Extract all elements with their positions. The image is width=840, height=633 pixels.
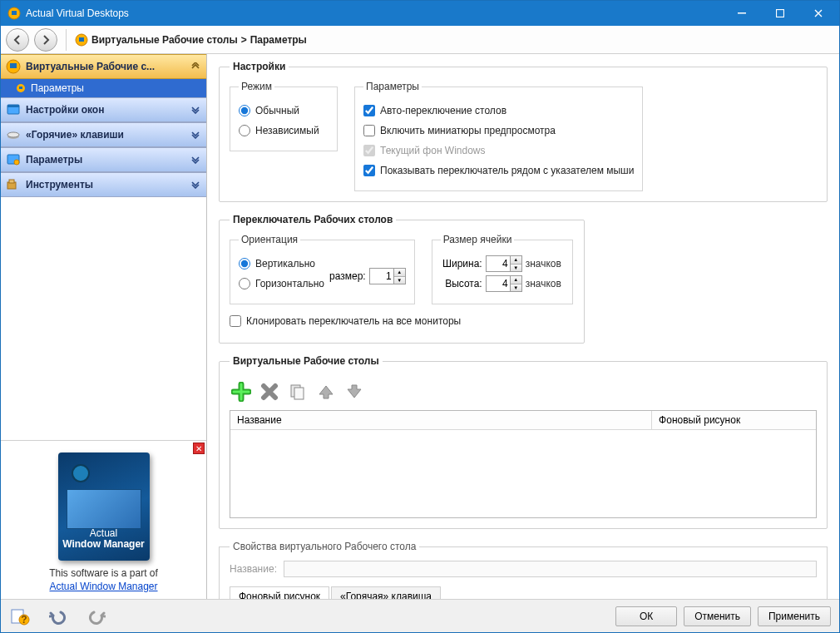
redo-button[interactable] bbox=[86, 606, 107, 627]
sidebar-item-parameters[interactable]: Параметры bbox=[1, 147, 206, 172]
sidebar-item-label: Настройки окон bbox=[26, 104, 185, 116]
params-legend: Параметры bbox=[363, 81, 422, 92]
props-name-label: Название: bbox=[230, 563, 277, 575]
minimize-button[interactable] bbox=[723, 1, 761, 26]
size-spinner[interactable]: ▲▼ bbox=[369, 268, 406, 284]
svg-rect-19 bbox=[294, 388, 304, 399]
width-spinner[interactable]: ▲▼ bbox=[486, 255, 522, 272]
title-bar: Actual Virtual Desktops bbox=[1, 1, 839, 26]
switcher-legend: Переключатель Рабочих столов bbox=[230, 214, 396, 225]
orientation-horizontal-label: Горизонтально bbox=[255, 278, 324, 289]
cell-size-legend: Размер ячейки bbox=[441, 234, 515, 245]
orientation-group: Ориентация Вертикально Горизонтально раз… bbox=[230, 234, 415, 304]
sidebar-child-parameters[interactable]: Параметры bbox=[1, 79, 206, 97]
sidebar-item-virtual-desktops[interactable]: Виртуальные Рабочие с... bbox=[1, 54, 206, 79]
mode-independent-label: Независимый bbox=[255, 125, 319, 136]
footer: ? ОК Отменить Применить bbox=[1, 599, 839, 632]
chevron-down-icon bbox=[190, 129, 201, 141]
promo-brand-small: Actual bbox=[90, 527, 117, 539]
add-button[interactable] bbox=[230, 380, 253, 403]
window-settings-icon bbox=[6, 102, 21, 117]
desktops-group: Виртуальные Рабочие столы Название Фонов… bbox=[219, 355, 828, 529]
promo-brand-big: Window Manager bbox=[58, 539, 150, 549]
size-input[interactable] bbox=[370, 269, 393, 284]
ok-button[interactable]: ОК bbox=[615, 606, 677, 626]
sidebar-item-tools[interactable]: Инструменты bbox=[1, 172, 206, 197]
thumbs-checkbox[interactable]: Включить миниатюры предпросмотра bbox=[363, 122, 634, 139]
promo-text: This software is a part of bbox=[7, 567, 200, 579]
height-input[interactable] bbox=[487, 276, 510, 291]
width-label: Ширина: bbox=[441, 258, 482, 270]
maximize-button[interactable] bbox=[761, 1, 799, 26]
props-legend: Свойства виртуального Рабочего стола bbox=[230, 541, 419, 552]
desktops-legend: Виртуальные Рабочие столы bbox=[230, 355, 383, 367]
settings-legend: Настройки bbox=[230, 61, 289, 72]
app-icon bbox=[7, 7, 21, 20]
sidebar-child-label: Параметры bbox=[31, 82, 84, 94]
move-up-button[interactable] bbox=[314, 380, 338, 403]
undo-button[interactable] bbox=[47, 606, 69, 627]
settings-group: Настройки Режим Обычный Независимый Пара… bbox=[219, 61, 828, 202]
breadcrumb-icon bbox=[75, 33, 88, 47]
promo-boxart: ActualWindow Manager bbox=[58, 452, 150, 561]
switcher-group: Переключатель Рабочих столов Ориентация … bbox=[219, 214, 585, 344]
promo-link[interactable]: Actual Window Manager bbox=[49, 581, 157, 592]
help-button[interactable]: ? bbox=[9, 606, 31, 627]
height-unit: значков bbox=[526, 278, 561, 289]
svg-rect-5 bbox=[79, 37, 84, 42]
width-unit: значков bbox=[526, 258, 561, 270]
mode-independent-radio[interactable]: Независимый bbox=[239, 122, 329, 139]
col-name[interactable]: Название bbox=[230, 411, 652, 430]
sidebar-item-window-settings[interactable]: Настройки окон bbox=[1, 97, 206, 122]
spin-up-icon[interactable]: ▲ bbox=[394, 269, 405, 277]
svg-point-13 bbox=[7, 132, 19, 137]
promo-close-button[interactable]: ✕ bbox=[193, 443, 205, 454]
sidebar-item-label: Инструменты bbox=[26, 179, 185, 190]
spin-down-icon[interactable]: ▼ bbox=[511, 284, 521, 292]
svg-rect-11 bbox=[7, 105, 19, 107]
apply-button[interactable]: Применить bbox=[758, 606, 831, 626]
autoswitch-checkbox[interactable]: Авто-переключение столов bbox=[363, 102, 634, 119]
desktops-icon bbox=[6, 59, 21, 74]
sidebar-item-label: «Горячие» клавиши bbox=[26, 129, 185, 141]
svg-rect-17 bbox=[9, 180, 14, 183]
props-name-input bbox=[284, 561, 817, 577]
spin-down-icon[interactable]: ▼ bbox=[511, 265, 521, 272]
chevron-down-icon bbox=[190, 154, 201, 166]
height-spinner[interactable]: ▲▼ bbox=[486, 275, 522, 292]
width-input[interactable] bbox=[487, 256, 510, 271]
promo-panel: ✕ ActualWindow Manager This software is … bbox=[1, 441, 206, 599]
show-switcher-checkbox[interactable]: Показывать переключатель рядом с указате… bbox=[363, 162, 634, 179]
orientation-horizontal-radio[interactable]: Горизонтально bbox=[239, 275, 324, 292]
clone-checkbox[interactable]: Клонировать переключатель на все монитор… bbox=[230, 313, 574, 329]
move-down-button[interactable] bbox=[343, 380, 366, 403]
copy-button[interactable] bbox=[286, 380, 309, 403]
sidebar-item-label: Виртуальные Рабочие с... bbox=[26, 61, 185, 72]
svg-rect-7 bbox=[10, 63, 17, 68]
params-group: Параметры Авто-переключение столов Включ… bbox=[354, 81, 643, 191]
size-label: размер: bbox=[329, 270, 366, 282]
col-wallpaper[interactable]: Фоновый рисунок bbox=[652, 411, 817, 430]
svg-rect-1 bbox=[12, 11, 17, 15]
delete-button[interactable] bbox=[258, 380, 281, 403]
hotkeys-icon bbox=[6, 127, 21, 142]
breadcrumb-part1: Виртуальные Рабочие столы bbox=[91, 34, 238, 46]
autoswitch-label: Авто-переключение столов bbox=[380, 105, 506, 116]
tab-hotkey[interactable]: «Горячая» клавиша bbox=[331, 586, 441, 599]
cell-size-group: Размер ячейки Ширина: ▲▼ значков Высота:… bbox=[432, 234, 573, 304]
spin-up-icon[interactable]: ▲ bbox=[511, 256, 521, 265]
spin-up-icon[interactable]: ▲ bbox=[511, 276, 521, 284]
sidebar-item-hotkeys[interactable]: «Горячие» клавиши bbox=[1, 122, 206, 147]
close-button[interactable] bbox=[799, 1, 838, 26]
chevron-up-icon bbox=[190, 61, 201, 72]
parameters-icon bbox=[6, 152, 21, 167]
svg-point-15 bbox=[14, 160, 19, 165]
orientation-vertical-radio[interactable]: Вертикально bbox=[239, 255, 324, 272]
nav-forward-button[interactable] bbox=[34, 28, 57, 52]
cancel-button[interactable]: Отменить bbox=[684, 606, 751, 626]
mode-normal-radio[interactable]: Обычный bbox=[239, 102, 329, 119]
tab-wallpaper[interactable]: Фоновый рисунок bbox=[230, 586, 329, 599]
nav-back-button[interactable] bbox=[6, 28, 29, 52]
desktops-table[interactable]: Название Фоновый рисунок «Горяч bbox=[230, 410, 817, 518]
spin-down-icon[interactable]: ▼ bbox=[394, 277, 405, 284]
